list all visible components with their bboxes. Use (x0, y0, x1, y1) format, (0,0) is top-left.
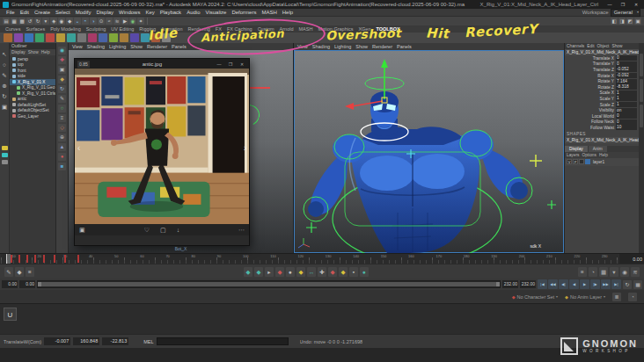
viewport-canvas-right[interactable]: sdk X (294, 50, 564, 253)
image-viewer-window[interactable]: 0.85 antic.jpg —❐✕ (74, 58, 250, 246)
channel-value-field[interactable]: 0 (616, 113, 637, 119)
shelf-button[interactable] (88, 33, 97, 42)
channel-name[interactable]: Local World (565, 114, 616, 119)
range-slider[interactable] (37, 280, 501, 288)
channel-value-field[interactable]: 10 (616, 125, 637, 130)
menu-item[interactable]: MASH (259, 10, 279, 15)
anim-tool-icon[interactable]: ≡ (26, 267, 34, 277)
menu-item[interactable]: File (4, 10, 18, 15)
image-viewer-window-button[interactable]: ✕ (238, 62, 246, 67)
playback-transport-button[interactable]: |◀ (538, 279, 547, 289)
anim-tool-icon[interactable]: ◆ (275, 267, 284, 277)
playback-transport-button[interactable]: ◀| (559, 279, 568, 289)
shelf-tab[interactable]: Curves (5, 26, 20, 32)
coordinate-field[interactable]: -0.007 (44, 337, 70, 345)
panel-tool-icon[interactable]: ○ (58, 105, 66, 112)
panel-tool-icon[interactable]: ↻ (58, 85, 66, 93)
range-start-field[interactable]: 0.00 (19, 280, 35, 288)
shelf-button[interactable] (120, 33, 128, 42)
time-slider[interactable]: 1020304050607080901001101201301401501601… (1, 254, 618, 264)
layer-editor-menu-item[interactable]: Help (599, 153, 608, 157)
keyframe-tick[interactable] (77, 255, 79, 263)
anim-tool-icon[interactable]: ◉ (620, 267, 629, 277)
pane-menu-item[interactable]: View (297, 44, 308, 49)
layer-toggle[interactable]: V (567, 159, 572, 164)
pane-menu-item[interactable]: Renderer (372, 44, 392, 49)
range-start-field[interactable]: 0.00 (2, 280, 18, 288)
shelf-tab[interactable]: Motion Graphics (318, 26, 353, 32)
shelf-tab[interactable]: UV Editing (111, 26, 134, 32)
anim-tool-icon[interactable]: ◆ (328, 267, 337, 277)
shelf-button[interactable] (35, 33, 44, 42)
image-viewer-window-button[interactable]: — (215, 62, 223, 67)
shelf-button[interactable] (141, 33, 150, 42)
anim-tool-icon[interactable]: ≋ (631, 267, 640, 277)
next-image-button[interactable]: › (244, 143, 246, 153)
channel-value-field[interactable]: 0 (616, 55, 637, 61)
shelf-button[interactable] (4, 33, 12, 42)
shelf-tab[interactable]: XGen (358, 26, 370, 32)
pane-menu-item[interactable]: Show (130, 44, 143, 49)
pane-menu-item[interactable]: Lighting (109, 44, 126, 49)
tool-icon[interactable]: ▣ (1, 103, 9, 111)
character-render[interactable] (294, 50, 564, 253)
playback-transport-button[interactable]: ◀ (569, 279, 579, 289)
channel-box-tab-icon[interactable] (640, 54, 643, 76)
channel-box-menu-item[interactable]: Edit (587, 44, 594, 48)
playback-option-icon[interactable]: ▦ (633, 280, 642, 289)
tool-icon[interactable]: ↻ (1, 92, 9, 100)
channel-value-field[interactable]: on (616, 108, 637, 113)
anim-tool-icon[interactable]: ◆ (244, 267, 252, 277)
range-end-field[interactable]: 232.00 (502, 280, 518, 288)
channel-box-menu-item[interactable]: Object (597, 44, 610, 48)
shelf-button[interactable] (25, 33, 33, 42)
shelf-button[interactable] (99, 33, 107, 42)
layer-toggle[interactable]: P (573, 159, 578, 164)
sidebar-toggle-icon[interactable]: ◩ (626, 18, 633, 25)
channel-name[interactable]: Translate Y (565, 62, 616, 66)
sidebar-toggle-icon[interactable]: ◧ (611, 18, 618, 25)
menu-item[interactable]: Modify (73, 10, 94, 15)
shelf-tab[interactable]: Surfaces (26, 26, 45, 32)
keyframe-tick[interactable] (64, 255, 66, 263)
pane-menu-item[interactable]: Show (355, 44, 368, 49)
layer-editor-tab-anim[interactable]: Anim (589, 146, 607, 152)
previous-image-button[interactable]: ‹ (77, 143, 80, 153)
status-line-icon[interactable]: ◒ (74, 18, 81, 25)
status-line-icon[interactable]: ≈ (106, 18, 113, 25)
panel-tool-icon[interactable]: ✚ (58, 56, 66, 64)
shelf-tab[interactable]: Animation (161, 26, 182, 32)
keyframe-tick[interactable] (54, 255, 55, 263)
layer-color-swatch[interactable] (585, 159, 590, 164)
status-line-icon[interactable]: ▾ (42, 18, 49, 25)
channel-name[interactable]: Rotate Z (565, 85, 616, 90)
channel-name[interactable]: Rotate Y (565, 79, 616, 83)
keyframe-tick[interactable] (34, 255, 36, 263)
shape-node-name[interactable]: X_Rig_V_01:X_Mid_Neck_A_IK_Head_Laye... (565, 137, 639, 143)
quick-layout-button[interactable] (2, 160, 8, 164)
shelf-tab[interactable]: FX Caching (227, 26, 252, 32)
fit-view-icon[interactable]: ▣ (79, 227, 85, 234)
channel-value-field[interactable]: 1 (616, 96, 637, 101)
option-icon[interactable]: ≣ (612, 293, 621, 301)
image-tool-icon[interactable]: ▢ (160, 227, 166, 234)
option-icon[interactable]: ◔ (628, 293, 637, 301)
shelf-tab[interactable]: Custom (258, 26, 274, 32)
workspace-select[interactable]: General (611, 9, 640, 17)
anim-tool-icon[interactable]: ▸ (265, 267, 274, 277)
menu-item[interactable]: Edit (18, 10, 32, 15)
image-tool-icon[interactable]: ♡ (144, 227, 150, 234)
quick-layout-button[interactable] (2, 153, 8, 157)
coordinate-field[interactable]: -22.813 (102, 337, 128, 345)
playback-transport-button[interactable]: ▶▶ (601, 279, 611, 289)
channel-name[interactable]: Scale X (565, 90, 616, 95)
pane-menu-item[interactable]: Shading (312, 44, 330, 49)
playback-transport-button[interactable]: ◀◀ (548, 279, 558, 289)
tool-icon[interactable]: ○ (1, 61, 9, 69)
playback-transport-button[interactable]: |▶ (590, 279, 600, 289)
panel-tool-icon[interactable]: ⊕ (58, 134, 66, 141)
anim-tool-icon[interactable]: ◆ (15, 267, 24, 277)
menu-item[interactable]: Create (32, 10, 53, 15)
panel-tool-icon[interactable]: ▣ (58, 66, 66, 74)
menu-item[interactable]: Audio (184, 10, 202, 15)
